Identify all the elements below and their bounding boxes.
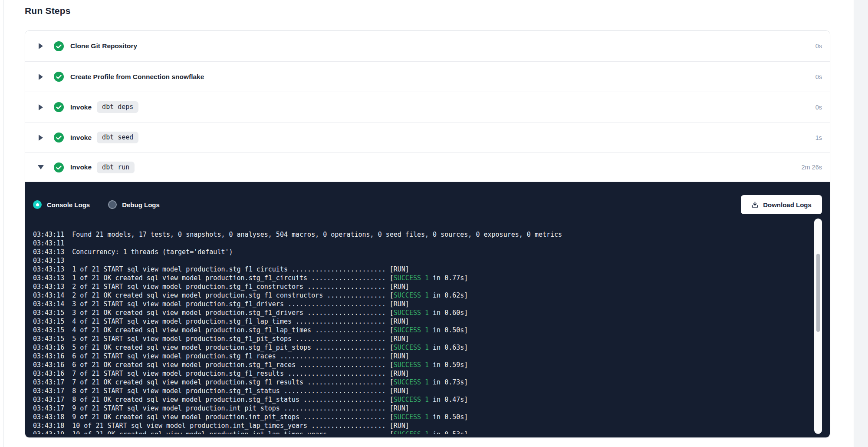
log-line: 03:43:155 of 21 START sql view model pro… <box>33 334 830 343</box>
run-steps-card: Clone Git Repository 0s Create Profile f… <box>25 30 830 438</box>
log-line: 03:43:143 of 21 START sql view model pro… <box>33 300 830 308</box>
log-text: 8 of 21 OK created sql view model produc… <box>72 396 394 404</box>
log-time: 03:43:11 <box>33 231 64 238</box>
log-text: 9 of 21 OK created sql view model produc… <box>72 413 394 421</box>
console-header: Console Logs Debug Logs Download Logs <box>25 182 830 214</box>
log-area[interactable]: 03:43:11Found 21 models, 17 tests, 0 sna… <box>25 217 830 434</box>
download-icon <box>751 201 759 209</box>
tab-debug-logs[interactable]: Debug Logs <box>108 200 160 209</box>
log-line: 03:43:11Found 21 models, 17 tests, 0 sna… <box>33 230 830 239</box>
log-line: 03:43:1810 of 21 START sql view model pr… <box>33 421 830 430</box>
run-steps-panel: Run Steps Clone Git Repository 0s Create… <box>25 0 830 438</box>
log-line: 03:43:11 <box>33 239 830 248</box>
log-time: 03:43:17 <box>33 378 64 386</box>
success-check-icon <box>54 41 64 51</box>
chevron-right-icon[interactable] <box>38 43 43 49</box>
chevron-right-icon[interactable] <box>38 135 43 141</box>
step-title: Create Profile from Connection snowflake <box>70 73 204 81</box>
chevron-right-icon[interactable] <box>38 74 43 80</box>
log-text: 5 of 21 START sql view model production.… <box>72 335 409 343</box>
step-duration: 0s <box>815 104 822 111</box>
log-success: SUCCESS 1 <box>394 378 429 386</box>
log-text: 1 of 21 START sql view model production.… <box>72 265 409 273</box>
log-line: 03:43:142 of 21 OK created sql view mode… <box>33 291 830 300</box>
log-tail: in 0.53s] <box>429 430 468 434</box>
log-text: 10 of 21 OK created sql view model produ… <box>72 430 394 434</box>
log-line: 03:43:189 of 21 OK created sql view mode… <box>33 413 830 421</box>
step-row-clone-git-repository[interactable]: Clone Git Repository 0s <box>25 31 830 61</box>
log-line: 03:43:178 of 21 START sql view model pro… <box>33 387 830 395</box>
download-logs-button[interactable]: Download Logs <box>741 195 822 214</box>
log-tail: in 0.73s] <box>429 378 468 386</box>
step-duration: 2m 26s <box>801 164 822 171</box>
log-tail: in 0.60s] <box>429 309 468 317</box>
success-check-icon <box>54 102 64 112</box>
log-time: 03:43:14 <box>33 291 64 299</box>
log-time: 03:43:16 <box>33 370 64 377</box>
log-text: 4 of 21 START sql view model production.… <box>72 318 409 325</box>
log-line: 03:43:13 <box>33 256 830 265</box>
radio-unselected-icon[interactable] <box>108 200 117 209</box>
step-title: Invoke <box>70 103 92 111</box>
step-row-invoke-dbt-seed[interactable]: Invoke dbt seed 1s <box>25 122 830 152</box>
log-time: 03:43:15 <box>33 335 64 343</box>
log-time: 03:43:13 <box>33 257 64 265</box>
page-right-gutter <box>854 0 868 447</box>
log-success: SUCCESS 1 <box>394 361 429 369</box>
success-check-icon <box>54 162 64 172</box>
step-title: Clone Git Repository <box>70 42 137 50</box>
log-time: 03:43:16 <box>33 344 64 351</box>
log-line: 03:43:177 of 21 OK created sql view mode… <box>33 378 830 387</box>
log-success: SUCCESS 1 <box>394 413 429 421</box>
log-tail: in 0.50s] <box>429 326 468 334</box>
log-line: 03:43:131 of 21 OK created sql view mode… <box>33 274 830 282</box>
log-success: SUCCESS 1 <box>394 291 429 299</box>
log-time: 03:43:16 <box>33 361 64 369</box>
log-line: 03:43:166 of 21 OK created sql view mode… <box>33 361 830 369</box>
log-text: 6 of 21 OK created sql view model produc… <box>72 361 394 369</box>
step-row-create-profile[interactable]: Create Profile from Connection snowflake… <box>25 61 830 92</box>
radio-selected-icon[interactable] <box>33 200 42 209</box>
log-text: 4 of 21 OK created sql view model produc… <box>72 326 394 334</box>
log-text: 8 of 21 START sql view model production.… <box>72 387 409 395</box>
step-title: Invoke <box>70 163 92 171</box>
log-line: 03:43:132 of 21 START sql view model pro… <box>33 282 830 291</box>
log-success: SUCCESS 1 <box>394 396 429 404</box>
log-tail: in 0.77s] <box>429 274 468 282</box>
step-duration: 1s <box>815 134 822 141</box>
log-line: 03:43:153 of 21 OK created sql view mode… <box>33 308 830 317</box>
log-time: 03:43:15 <box>33 309 64 317</box>
chevron-down-icon[interactable] <box>38 165 43 169</box>
log-scrollbar-thumb[interactable] <box>816 254 820 332</box>
log-line: 03:43:131 of 21 START sql view model pro… <box>33 265 830 274</box>
tab-console-logs-label[interactable]: Console Logs <box>47 201 90 209</box>
log-text: 10 of 21 START sql view model production… <box>72 422 409 430</box>
chevron-right-icon[interactable] <box>38 104 43 110</box>
log-line: 03:43:167 of 21 START sql view model pro… <box>33 369 830 378</box>
command-badge: dbt seed <box>97 132 138 143</box>
log-line: 03:43:154 of 21 OK created sql view mode… <box>33 326 830 334</box>
step-row-invoke-dbt-run[interactable]: Invoke dbt run 2m 26s <box>25 152 830 182</box>
tab-console-logs[interactable]: Console Logs <box>33 200 90 209</box>
log-text: Found 21 models, 17 tests, 0 snapshots, … <box>72 231 562 238</box>
step-row-invoke-dbt-deps[interactable]: Invoke dbt deps 0s <box>25 92 830 122</box>
tab-debug-logs-label[interactable]: Debug Logs <box>122 201 160 209</box>
log-time: 03:43:13 <box>33 248 64 256</box>
panel-left-border <box>3 0 4 447</box>
download-logs-label: Download Logs <box>763 201 812 209</box>
log-success: SUCCESS 1 <box>394 309 429 317</box>
log-time: 03:43:14 <box>33 300 64 308</box>
log-text: 2 of 21 OK created sql view model produc… <box>72 291 394 299</box>
log-time: 03:43:13 <box>33 283 64 291</box>
log-scrollbar-track[interactable] <box>814 219 822 434</box>
log-content: 03:43:11Found 21 models, 17 tests, 0 sna… <box>33 230 830 434</box>
log-time: 03:43:13 <box>33 265 64 273</box>
log-text: 3 of 21 OK created sql view model produc… <box>72 309 394 317</box>
log-line: 03:43:13Concurrency: 1 threads (target='… <box>33 248 830 256</box>
log-tail: in 0.62s] <box>429 291 468 299</box>
step-duration: 0s <box>815 73 822 80</box>
step-duration: 0s <box>815 43 822 50</box>
log-text: Concurrency: 1 threads (target='default'… <box>72 248 233 256</box>
log-time: 03:43:17 <box>33 396 64 404</box>
log-time: 03:43:13 <box>33 274 64 282</box>
